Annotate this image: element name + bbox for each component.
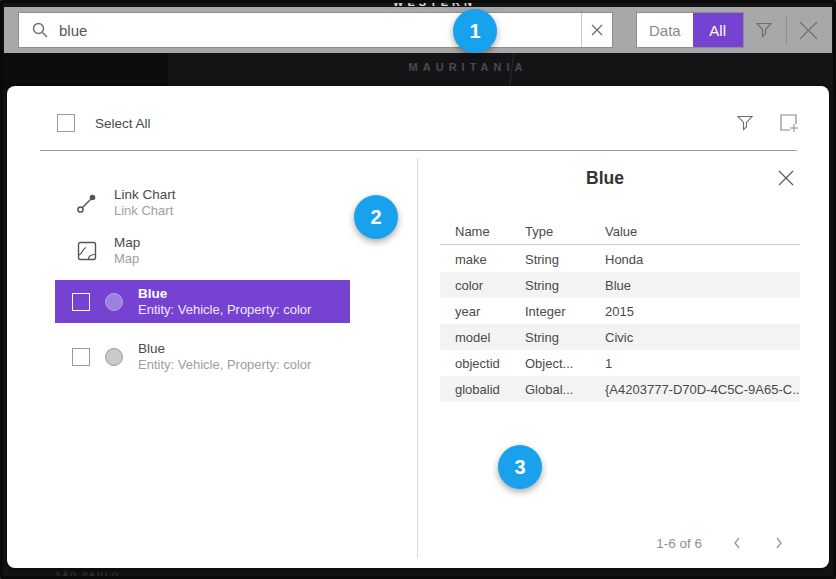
cell-name: globalid (455, 382, 525, 397)
header-divider (40, 150, 797, 151)
table-row: globalid Global... {A4203777-D70D-4C5C-9… (440, 376, 800, 402)
map-icon (76, 240, 98, 262)
select-all-checkbox[interactable] (57, 114, 75, 132)
cell-value: Honda (605, 252, 800, 267)
cell-value: {A4203777-D70D-4C5C-9A65-C... (605, 382, 800, 397)
col-name: Name (455, 224, 525, 239)
search-box[interactable] (18, 12, 613, 48)
filter-icon[interactable] (755, 21, 773, 43)
entity-dot-icon (105, 348, 123, 366)
next-page-icon[interactable] (772, 534, 786, 552)
callout-1: 1 (453, 9, 497, 53)
detail-close-icon[interactable] (777, 169, 795, 191)
search-input[interactable] (57, 21, 581, 40)
search-toolbar: Data All (4, 7, 832, 53)
detail-title: Blue (440, 168, 770, 189)
table-header-divider (440, 244, 800, 245)
app-window: WESTERN MAURITANIA SÃO PAULO Data All (0, 0, 836, 579)
result-title: Blue (138, 286, 311, 302)
entity-dot-icon (105, 293, 123, 311)
result-subtitle: Entity: Vehicle, Property: color (138, 357, 311, 373)
select-all-row: Select All (57, 114, 151, 132)
toggle-all[interactable]: All (693, 13, 743, 47)
result-subtitle: Map (114, 251, 140, 267)
result-title: Link Chart (114, 187, 176, 203)
search-icon (19, 21, 57, 39)
table-row: year Integer 2015 (440, 298, 800, 324)
cell-name: make (455, 252, 525, 267)
cell-type: Global... (525, 382, 605, 397)
cell-name: objectid (455, 356, 525, 371)
result-subtitle: Link Chart (114, 203, 176, 219)
cell-type: String (525, 278, 605, 293)
search-results-panel: Select All Link Chart Link Chart (7, 86, 829, 568)
callout-3: 3 (498, 445, 542, 489)
pagination-range: 1-6 of 6 (656, 536, 702, 551)
cell-value: 1 (605, 356, 800, 371)
map-label-bottom: SÃO PAULO (55, 570, 120, 579)
map-label-mauritania: MAURITANIA (353, 61, 583, 73)
table-row: color String Blue (440, 272, 800, 298)
pagination: 1-6 of 6 (440, 534, 800, 552)
close-search-icon[interactable] (797, 19, 820, 46)
results-header-actions (736, 112, 799, 133)
results-filter-icon[interactable] (736, 114, 754, 132)
cell-name: year (455, 304, 525, 319)
result-item-blue[interactable]: Blue Entity: Vehicle, Property: color (55, 335, 350, 378)
toggle-data[interactable]: Data (637, 13, 693, 47)
cell-type: Integer (525, 304, 605, 319)
cell-name: color (455, 278, 525, 293)
result-item-blue-selected[interactable]: Blue Entity: Vehicle, Property: color (55, 280, 350, 323)
table-row: model String Civic (440, 324, 800, 350)
add-to-selection-icon[interactable] (778, 112, 799, 133)
table-row: make String Honda (440, 246, 800, 272)
result-title: Blue (138, 341, 311, 357)
table-row: objectid Object... 1 (440, 350, 800, 376)
cell-type: String (525, 330, 605, 345)
cell-type: String (525, 252, 605, 267)
col-type: Type (525, 224, 605, 239)
cell-name: model (455, 330, 525, 345)
result-item-map[interactable]: Map Map (76, 229, 140, 273)
map-landmass (3, 50, 168, 90)
clear-search-button[interactable] (581, 13, 612, 47)
cell-value: Civic (605, 330, 800, 345)
col-value: Value (605, 224, 800, 239)
result-title: Map (114, 235, 140, 251)
toolbar-divider (786, 15, 787, 45)
table-header: Name Type Value (440, 220, 800, 243)
result-checkbox[interactable] (72, 293, 90, 311)
link-chart-icon (76, 192, 98, 214)
cell-type: Object... (525, 356, 605, 371)
cell-value: 2015 (605, 304, 800, 319)
select-all-label: Select All (95, 116, 151, 131)
callout-2: 2 (354, 195, 398, 239)
scope-toggle: Data All (636, 12, 744, 48)
prev-page-icon[interactable] (730, 534, 744, 552)
result-subtitle: Entity: Vehicle, Property: color (138, 302, 311, 318)
result-checkbox[interactable] (72, 348, 90, 366)
attribute-table: Name Type Value make String Honda color … (440, 220, 800, 402)
panel-divider (417, 158, 418, 558)
result-item-link-chart[interactable]: Link Chart Link Chart (76, 181, 176, 225)
cell-value: Blue (605, 278, 800, 293)
